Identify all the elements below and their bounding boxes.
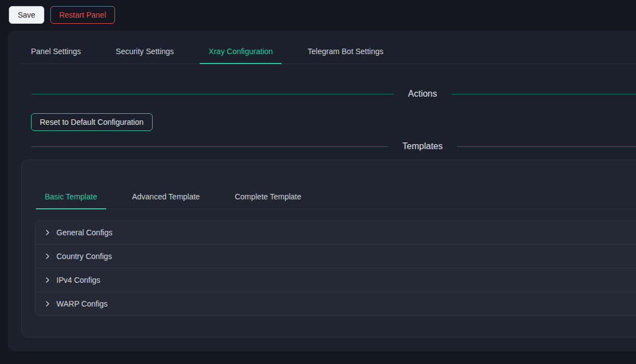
- tab-security-settings[interactable]: Security Settings: [107, 41, 183, 64]
- divider-line: [32, 94, 394, 94]
- tab-advanced-template[interactable]: Advanced Template: [123, 187, 209, 209]
- restart-panel-button[interactable]: Restart Panel: [50, 6, 115, 24]
- chevron-right-icon: [44, 253, 51, 260]
- divider-line: [457, 146, 636, 147]
- collapse-header-country-configs[interactable]: Country Configs: [35, 245, 636, 268]
- chevron-right-icon: [44, 229, 51, 236]
- tab-telegram-bot-settings[interactable]: Telegram Bot Settings: [299, 41, 392, 64]
- collapse-item-label: General Configs: [56, 228, 112, 237]
- tab-basic-template[interactable]: Basic Template: [36, 187, 106, 209]
- templates-tabbar: Basic Template Advanced Template Complet…: [35, 187, 636, 209]
- collapse-item-label: Country Configs: [56, 252, 112, 261]
- templates-card: Basic Template Advanced Template Complet…: [21, 160, 636, 337]
- collapse-header-general-configs[interactable]: General Configs: [35, 221, 636, 244]
- actions-divider: Actions: [32, 89, 636, 99]
- tab-xray-configuration[interactable]: Xray Configuration: [200, 41, 281, 64]
- divider-line: [32, 146, 388, 147]
- collapse-item-general-configs: General Configs: [35, 221, 636, 244]
- collapse-item-label: IPv4 Configs: [56, 276, 100, 284]
- reset-default-config-button[interactable]: Reset to Default Configuration: [31, 113, 153, 131]
- tab-panel-settings[interactable]: Panel Settings: [22, 41, 90, 64]
- templates-divider-label: Templates: [388, 141, 457, 151]
- toolbar: Save Restart Panel: [0, 0, 636, 30]
- collapse-header-warp-configs[interactable]: WARP Configs: [35, 292, 636, 315]
- collapse-item-country-configs: Country Configs: [35, 244, 636, 268]
- collapse-header-ipv4-configs[interactable]: IPv4 Configs: [35, 268, 636, 292]
- save-button[interactable]: Save: [9, 6, 44, 24]
- chevron-right-icon: [44, 277, 51, 283]
- template-config-collapse: General Configs Country Configs IPv4 Con…: [35, 220, 636, 316]
- divider-line: [451, 94, 636, 94]
- chevron-right-icon: [44, 300, 51, 307]
- templates-divider: Templates: [32, 141, 636, 151]
- settings-tabbar: Panel Settings Security Settings Xray Co…: [21, 41, 636, 64]
- collapse-item-label: WARP Configs: [56, 299, 108, 308]
- tab-complete-template[interactable]: Complete Template: [226, 187, 310, 209]
- collapse-item-warp-configs: WARP Configs: [35, 292, 636, 315]
- collapse-item-ipv4-configs: IPv4 Configs: [35, 268, 636, 292]
- settings-card: Panel Settings Security Settings Xray Co…: [8, 30, 636, 351]
- actions-divider-label: Actions: [394, 89, 451, 99]
